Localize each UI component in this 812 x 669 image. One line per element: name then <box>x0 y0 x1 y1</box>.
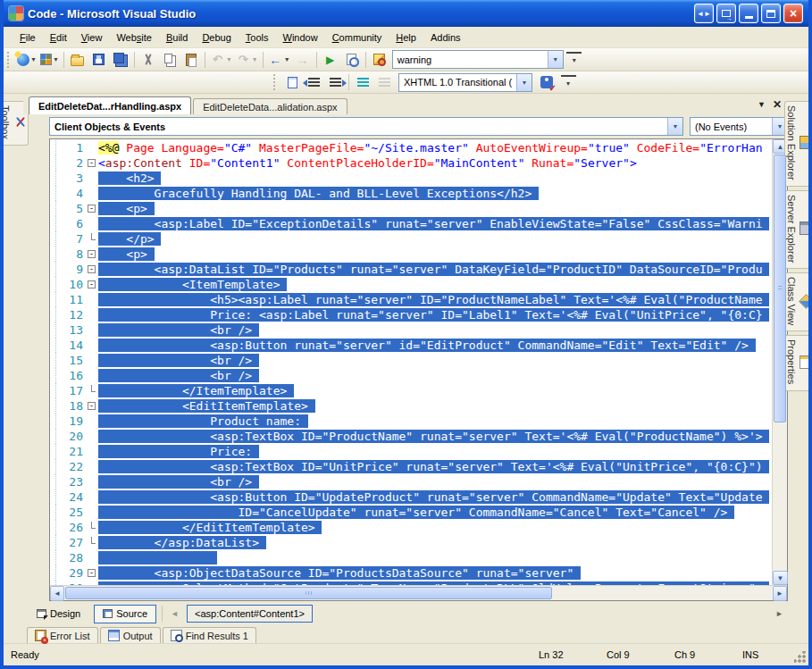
decrease-indent-button[interactable] <box>303 72 324 92</box>
tab-error-list[interactable]: Error List <box>27 627 98 643</box>
fold-margin[interactable]: - <box>86 277 98 292</box>
resize-grip[interactable] <box>794 651 807 664</box>
sidebar-tab-solution-explorer[interactable]: Solution Explorer <box>784 101 809 187</box>
tag-navigator-item[interactable]: <asp:Content#Content1> <box>187 605 313 623</box>
window-popout-button[interactable] <box>716 4 736 23</box>
code-line[interactable]: 25 ID="CancelUpdate" runat="server" Comm… <box>50 505 772 520</box>
code-line[interactable]: 5- <p> <box>50 201 772 216</box>
menu-item-addins[interactable]: Addins <box>423 29 468 46</box>
dropdown-arrow-icon[interactable]: ▼ <box>284 56 290 63</box>
tag-navigator-scroll-right-button[interactable]: ► <box>775 609 785 618</box>
fold-margin[interactable]: - <box>86 247 98 262</box>
menu-item-file[interactable]: File <box>13 29 43 46</box>
object-dropdown[interactable]: Client Objects & Events ▼ <box>49 117 683 136</box>
code-line[interactable]: 17 </ItemTemplate> <box>50 383 772 398</box>
chevron-down-icon[interactable]: ▼ <box>667 118 682 135</box>
menu-item-window[interactable]: Window <box>276 29 325 46</box>
horizontal-scrollbar[interactable]: ◄ ► <box>50 585 787 600</box>
code-line[interactable]: 15 <br /> <box>50 353 772 368</box>
code-lines[interactable]: 1<%@ Page Language="C#" MasterPageFile="… <box>50 139 772 585</box>
open-file-button[interactable] <box>67 50 88 70</box>
chevron-down-icon[interactable]: ▼ <box>548 51 563 68</box>
fold-margin[interactable]: - <box>86 398 98 414</box>
copy-button[interactable] <box>159 50 180 70</box>
toolbar-grip[interactable] <box>273 74 278 90</box>
tab-find-results[interactable]: Find Results 1 <box>163 627 256 643</box>
vertical-scrollbar-thumb[interactable] <box>774 155 786 422</box>
find-combo[interactable]: warning▼ <box>392 50 564 69</box>
menu-item-community[interactable]: Community <box>325 29 389 46</box>
sidebar-tab-properties[interactable]: Properties <box>784 335 809 390</box>
menu-item-debug[interactable]: Debug <box>195 29 238 46</box>
menu-item-tools[interactable]: Tools <box>239 29 276 46</box>
code-line[interactable]: 4 Gracefully Handling DAL- and BLL-Level… <box>50 186 772 201</box>
redo-button[interactable]: ↷▼ <box>234 50 260 70</box>
format-whole-document-button[interactable] <box>373 72 395 92</box>
dropdown-arrow-icon[interactable]: ▼ <box>53 56 59 63</box>
toolbar-grip[interactable] <box>7 52 12 68</box>
format-selection-button[interactable] <box>352 72 373 92</box>
fold-margin[interactable]: - <box>86 201 98 216</box>
scroll-left-button[interactable]: ◄ <box>50 586 64 601</box>
start-debugging-button[interactable]: ▶ <box>320 50 341 70</box>
fold-collapse-icon[interactable]: - <box>88 159 96 167</box>
code-line[interactable]: 6 <asp:Label ID="ExceptionDetails" runat… <box>50 216 772 231</box>
code-line[interactable]: 29- <asp:ObjectDataSource ID="ProductsDa… <box>50 565 772 581</box>
format-document-button[interactable] <box>281 72 303 92</box>
maximize-button[interactable] <box>761 4 781 23</box>
menu-item-build[interactable]: Build <box>159 29 195 46</box>
navigate-forward-button[interactable]: → <box>292 50 314 70</box>
fold-margin[interactable]: - <box>86 262 98 277</box>
fold-margin[interactable]: - <box>86 565 98 581</box>
tag-navigator-scroll-left-button[interactable]: ◄ <box>168 609 181 618</box>
code-line[interactable]: 9- <asp:DataList ID="Products" runat="se… <box>50 262 772 277</box>
new-website-button[interactable]: ▼ <box>15 50 38 70</box>
code-line[interactable]: 22 <asp:TextBox ID="UnitPrice" runat="se… <box>50 459 772 474</box>
vertical-scrollbar[interactable]: ▲ ▼ <box>772 139 787 585</box>
fold-collapse-icon[interactable]: - <box>88 250 96 258</box>
menu-item-view[interactable]: View <box>74 29 110 46</box>
fold-collapse-icon[interactable]: - <box>88 569 96 577</box>
scroll-down-button[interactable]: ▼ <box>773 571 788 585</box>
design-view-button[interactable]: Design <box>29 605 88 623</box>
undo-button[interactable]: ↶▼ <box>208 50 234 70</box>
target-schema-combo[interactable]: XHTML 1.0 Transitional ( ▼ <box>398 73 532 92</box>
code-line[interactable]: 27 </asp:DataList> <box>50 535 772 550</box>
dropdown-arrow-icon[interactable]: ▼ <box>30 56 37 63</box>
sidebar-tab-server-explorer[interactable]: Server Explorer <box>784 190 809 269</box>
horizontal-scrollbar-thumb[interactable] <box>65 587 552 599</box>
document-tab-inactive[interactable]: EditDeleteData...alidation.aspx <box>193 98 347 114</box>
tab-output[interactable]: Output <box>100 627 161 643</box>
code-line[interactable]: 20 <asp:TextBox ID="ProductName" runat="… <box>50 429 772 444</box>
horizontal-scrollbar-track[interactable] <box>553 586 773 600</box>
fold-collapse-icon[interactable]: - <box>88 402 96 410</box>
event-dropdown[interactable]: (No Events) ▼ <box>690 117 788 136</box>
document-tab-active[interactable]: EditDeleteDat...rHandling.aspx <box>29 96 191 114</box>
menu-item-edit[interactable]: Edit <box>43 29 74 46</box>
code-line[interactable]: 13 <br /> <box>50 322 772 338</box>
code-line[interactable]: 23 <br /> <box>50 474 772 489</box>
close-document-button[interactable]: ✕ <box>773 98 782 111</box>
check-accessibility-button[interactable] <box>536 72 557 92</box>
navigate-backward-button[interactable]: ←▼ <box>266 50 292 70</box>
code-line[interactable]: 11 <h5><asp:Label runat="server" ID="Pro… <box>50 292 772 307</box>
find-in-files-button[interactable] <box>369 50 390 70</box>
code-line[interactable]: 1<%@ Page Language="C#" MasterPageFile="… <box>50 140 772 155</box>
save-all-button[interactable] <box>110 50 131 70</box>
fold-collapse-icon[interactable]: - <box>88 280 96 289</box>
preview-in-browser-button[interactable] <box>341 50 363 70</box>
code-line[interactable]: 21 Price: <box>50 444 772 459</box>
fold-margin[interactable]: - <box>86 155 98 171</box>
cut-button[interactable] <box>138 50 159 70</box>
code-line[interactable]: 2-<asp:Content ID="Content1" ContentPlac… <box>50 155 772 171</box>
code-line[interactable]: 24 <asp:Button ID="UpdateProduct" runat=… <box>50 489 772 505</box>
vertical-scrollbar-track[interactable] <box>773 423 787 571</box>
dropdown-arrow-icon[interactable]: ▼ <box>226 56 232 63</box>
fold-collapse-icon[interactable]: - <box>88 205 96 213</box>
scroll-right-button[interactable]: ► <box>773 586 787 601</box>
fold-collapse-icon[interactable]: - <box>88 265 96 273</box>
menu-item-help[interactable]: Help <box>389 29 423 46</box>
menu-item-website[interactable]: Website <box>109 29 159 46</box>
code-line[interactable]: 8- <p> <box>50 247 772 262</box>
code-line[interactable]: 3 <h2> <box>50 171 772 186</box>
